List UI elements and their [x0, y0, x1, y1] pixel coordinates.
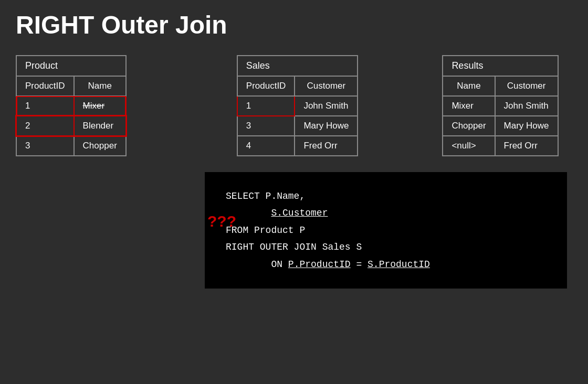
table-row: 4 Fred Orr: [237, 136, 358, 156]
table-row: <null> Fred Orr: [443, 136, 558, 156]
page-title: RIGHT Outer Join: [0, 0, 588, 50]
sales-table: Sales ProductID Customer 1 John Smith 3 …: [237, 55, 359, 156]
result-name-cell: <null>: [443, 136, 495, 156]
sales-id-cell: 1: [237, 96, 295, 116]
product-table: Product ProductID Name 1 Mixer 2 Blender: [16, 55, 127, 156]
sales-id-cell: 4: [237, 136, 295, 156]
sales-col-customer: Customer: [295, 76, 358, 96]
sql-block: SELECT P.Name, S.Customer FROM Product P…: [205, 172, 567, 289]
product-id-cell: 3: [16, 136, 74, 156]
results-col-customer: Customer: [495, 76, 558, 96]
sales-col-id: ProductID: [237, 76, 295, 96]
question-marks: ???: [207, 212, 236, 230]
result-name-cell: Mixer: [443, 96, 495, 116]
product-table-title: Product: [16, 55, 127, 76]
table-row: 3 Chopper: [16, 136, 126, 156]
product-col-name: Name: [74, 76, 126, 96]
product-id-cell: 1: [16, 96, 74, 116]
sales-id-cell: 3: [237, 116, 295, 136]
result-customer-cell: John Smith: [495, 96, 558, 116]
sql-p-productid-underline: P.ProductID: [288, 259, 351, 270]
table-row: Chopper Mary Howe: [443, 116, 558, 136]
sales-customer-cell: Mary Howe: [295, 116, 358, 136]
sales-customer-cell: Fred Orr: [295, 136, 358, 156]
table-row: Mixer John Smith: [443, 96, 558, 116]
table-row: 1 Mixer: [16, 96, 126, 116]
sql-line-4: RIGHT OUTER JOIN Sales S: [226, 239, 546, 255]
product-name-cell: Blender: [74, 116, 126, 136]
result-name-cell: Chopper: [443, 116, 495, 136]
result-customer-cell: Fred Orr: [495, 136, 558, 156]
product-name-cell: Chopper: [74, 136, 126, 156]
sql-customer-ref: S.Customer: [271, 208, 328, 218]
result-customer-cell: Mary Howe: [495, 116, 558, 136]
sql-line-5: ON P.ProductID = S.ProductID: [226, 256, 546, 273]
results-col-name: Name: [443, 76, 495, 96]
results-table-title: Results: [442, 55, 558, 76]
sql-line-1: SELECT P.Name,: [226, 188, 546, 205]
product-id-cell: 2: [16, 116, 74, 136]
product-col-id: ProductID: [16, 76, 74, 96]
sales-table-title: Sales: [237, 55, 359, 76]
table-row: 2 Blender: [16, 116, 126, 136]
sales-customer-cell: John Smith: [295, 96, 358, 116]
sql-line-2: S.Customer: [226, 205, 546, 221]
product-name-cell: Mixer: [74, 96, 126, 116]
table-row: 3 Mary Howe: [237, 116, 358, 136]
sql-s-productid-underline: S.ProductID: [368, 259, 430, 270]
results-table: Results Name Customer Mixer John Smith C…: [442, 55, 558, 156]
table-row: 1 John Smith: [237, 96, 358, 116]
sql-line-3: FROM Product P: [226, 222, 546, 239]
